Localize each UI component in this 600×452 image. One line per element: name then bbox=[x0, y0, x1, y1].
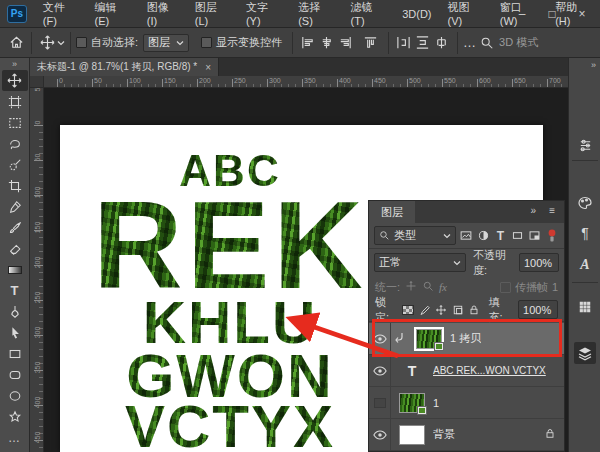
chevron-down-icon bbox=[443, 233, 451, 239]
rounded-rectangle-tool[interactable] bbox=[2, 364, 28, 385]
toolbar-collapse-icon[interactable]: » bbox=[12, 58, 17, 70]
ruler-tick-label: 200 bbox=[199, 77, 211, 84]
layer-thumbnail[interactable] bbox=[399, 425, 425, 445]
menu-edit[interactable]: 编辑(E) bbox=[86, 0, 138, 28]
eraser-tool[interactable] bbox=[2, 238, 28, 259]
lock-image-pixels-icon[interactable] bbox=[418, 303, 431, 317]
eyedropper-tool[interactable] bbox=[2, 196, 28, 217]
libraries-panel-icon[interactable] bbox=[574, 296, 596, 318]
rectangular-marquee-tool[interactable] bbox=[2, 112, 28, 133]
blend-mode-dropdown[interactable]: 正常 bbox=[374, 253, 466, 272]
ruler-tick-label: 450 bbox=[374, 77, 386, 84]
align-center-horizontal-icon[interactable] bbox=[319, 35, 334, 50]
filter-type-layers-icon[interactable]: T bbox=[493, 228, 507, 244]
ruler-tick-label: 650 bbox=[514, 77, 526, 84]
distribute-vertical-icon[interactable] bbox=[415, 35, 430, 50]
filter-toggle-icon[interactable] bbox=[545, 228, 559, 244]
unify-visibility-icon[interactable] bbox=[422, 280, 434, 294]
ruler-corner bbox=[30, 76, 44, 88]
properties-panel-icon[interactable] bbox=[574, 134, 596, 156]
layers-tab[interactable]: 图层 bbox=[369, 201, 415, 223]
paragraph-panel-icon[interactable]: ¶ bbox=[574, 222, 596, 244]
layers-panel-icon[interactable] bbox=[574, 342, 596, 364]
filter-smart-objects-icon[interactable] bbox=[528, 228, 542, 244]
lock-all-icon[interactable] bbox=[468, 303, 481, 317]
character-panel-icon[interactable]: A bbox=[574, 254, 596, 276]
ruler-tick-label: 150 bbox=[34, 221, 41, 235]
options-bar: 自动选择: 图层 显示变换控件 … 3D 模式 bbox=[0, 28, 600, 58]
menu-layer[interactable]: 图层(L) bbox=[187, 0, 238, 28]
align-left-icon[interactable] bbox=[300, 35, 315, 50]
menu-image[interactable]: 图像(I) bbox=[139, 0, 187, 28]
lock-artboard-icon[interactable] bbox=[451, 303, 464, 317]
rectangle-tool[interactable] bbox=[2, 343, 28, 364]
layer-name[interactable]: 背景 bbox=[433, 427, 455, 442]
ruler-tick-label: 350 bbox=[34, 361, 41, 375]
layer-name[interactable]: ABC REK...WON VCTYX bbox=[433, 365, 546, 376]
propagate-frame-checkbox[interactable] bbox=[500, 282, 511, 293]
custom-shape-tool[interactable] bbox=[2, 406, 28, 427]
artboard-tool[interactable] bbox=[2, 91, 28, 112]
filter-adjustment-layers-icon[interactable] bbox=[476, 228, 490, 244]
move-tool[interactable] bbox=[2, 70, 28, 91]
menu-filter[interactable]: 滤镜(T) bbox=[343, 0, 395, 28]
layer-thumbnail[interactable] bbox=[399, 393, 425, 413]
layer-row-background[interactable]: 背景 bbox=[369, 419, 564, 451]
brush-tool[interactable] bbox=[2, 217, 28, 238]
dock-collapse-icon[interactable]: » bbox=[591, 60, 596, 70]
filter-pixel-layers-icon[interactable] bbox=[459, 228, 473, 244]
filter-type-dropdown[interactable]: 类型 bbox=[374, 226, 456, 245]
unify-style-icon[interactable]: fx bbox=[439, 281, 447, 293]
workspace-mode-label[interactable]: 3D 模式 bbox=[499, 35, 538, 50]
chevron-down-icon bbox=[453, 260, 461, 266]
menu-3d[interactable]: 3D(D) bbox=[394, 0, 439, 28]
document-tab[interactable]: 未标题-1 @ 81.7%(1 拷贝, RGB/8) * × bbox=[30, 58, 219, 76]
distribute-horizontal-icon[interactable] bbox=[396, 35, 411, 50]
extras-ellipsis-icon[interactable]: … bbox=[463, 35, 477, 50]
color-panel-icon[interactable] bbox=[574, 192, 596, 214]
minimize-button[interactable]: – bbox=[514, 7, 530, 21]
search-icon bbox=[379, 230, 390, 241]
search-icon[interactable] bbox=[477, 33, 497, 53]
ruler-tick-label: 600 bbox=[479, 77, 491, 84]
align-right-icon[interactable] bbox=[338, 35, 353, 50]
menu-view[interactable]: 视图(V) bbox=[440, 0, 492, 28]
opacity-value[interactable]: 100% bbox=[519, 253, 559, 272]
chevron-down-icon[interactable] bbox=[57, 40, 65, 46]
crop-tool[interactable] bbox=[2, 175, 28, 196]
annotation-arrow bbox=[276, 304, 406, 364]
quick-selection-tool[interactable] bbox=[2, 154, 28, 175]
fill-value[interactable]: 100% bbox=[518, 300, 558, 319]
tab-close-icon[interactable]: × bbox=[205, 62, 211, 73]
close-button[interactable]: × bbox=[574, 7, 590, 21]
menu-select[interactable]: 选择(S) bbox=[290, 0, 342, 28]
menu-file[interactable]: 文件(F) bbox=[35, 0, 87, 28]
ruler-tick-label: 550 bbox=[444, 77, 456, 84]
type-tool[interactable]: T bbox=[2, 280, 28, 301]
visibility-toggle[interactable] bbox=[369, 419, 391, 451]
move-tool-option-icon[interactable] bbox=[37, 33, 57, 53]
visibility-toggle-off[interactable] bbox=[369, 387, 391, 419]
panel-menu-icon[interactable]: ≡ bbox=[549, 205, 556, 216]
ellipse-tool[interactable] bbox=[2, 385, 28, 406]
lasso-tool[interactable] bbox=[2, 133, 28, 154]
unify-position-icon[interactable] bbox=[405, 280, 417, 294]
edit-toolbar-ellipsis-icon[interactable]: … bbox=[2, 427, 28, 448]
lock-position-icon[interactable] bbox=[435, 303, 448, 317]
filter-shape-layers-icon[interactable] bbox=[510, 228, 524, 244]
maximize-button[interactable]: □ bbox=[544, 7, 560, 21]
auto-select-checkbox[interactable] bbox=[76, 37, 87, 48]
home-icon[interactable] bbox=[6, 33, 26, 53]
layer-name[interactable]: 1 bbox=[433, 397, 439, 409]
auto-select-dropdown[interactable]: 图层 bbox=[143, 34, 189, 52]
gradient-tool[interactable] bbox=[2, 259, 28, 280]
show-transform-checkbox[interactable] bbox=[201, 37, 212, 48]
menu-type[interactable]: 文字(Y) bbox=[238, 0, 290, 28]
path-selection-tool[interactable] bbox=[2, 322, 28, 343]
layer-row-1[interactable]: 1 bbox=[369, 387, 564, 419]
photoshop-window: Ps 文件(F) 编辑(E) 图像(I) 图层(L) 文字(Y) 选择(S) 滤… bbox=[0, 0, 600, 452]
distribute-centers-icon[interactable] bbox=[434, 35, 449, 50]
pen-tool[interactable] bbox=[2, 301, 28, 322]
align-top-icon[interactable] bbox=[363, 35, 378, 50]
panel-collapse-icon[interactable]: » bbox=[530, 205, 536, 216]
